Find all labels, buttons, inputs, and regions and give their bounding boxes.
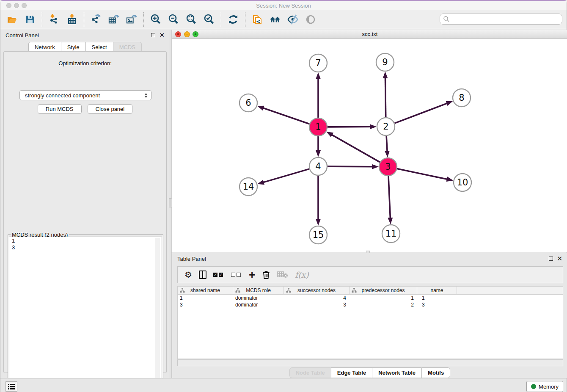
application-window: Session: New Session: [0, 0, 567, 392]
column-tree-icon: [180, 288, 185, 293]
network-window-titlebar[interactable]: × − + scc.txt: [172, 30, 567, 39]
home-icon[interactable]: [269, 14, 281, 25]
export-table-icon[interactable]: [108, 14, 120, 25]
result-line: 1: [9, 237, 162, 244]
clone-network-icon[interactable]: [251, 14, 263, 25]
edge-2-8[interactable]: [395, 102, 450, 124]
list-icon: [8, 384, 15, 389]
column-header-label: shared name: [190, 287, 220, 293]
node-table: shared nameMCDS rolesuccessor nodesprede…: [177, 286, 563, 359]
table-panel: Table Panel ✕ ⚙ ✓✓ + f(x) shared nameMCD…: [172, 253, 567, 378]
control-panel-title: Control Panel: [6, 32, 39, 39]
export-network-icon[interactable]: [90, 14, 102, 25]
table-tabs: Node TableEdge TableNetwork TableMotifs: [172, 367, 567, 378]
zoom-selected-icon[interactable]: [203, 14, 215, 25]
edge-2-3[interactable]: [386, 136, 387, 154]
column-layout-icon[interactable]: [199, 269, 206, 281]
edge-3-11[interactable]: [388, 176, 391, 221]
result-scrollbar[interactable]: [155, 237, 160, 388]
tab-node-table[interactable]: Node Table: [289, 367, 331, 378]
zoom-in-icon[interactable]: [150, 14, 162, 25]
float-table-panel-icon[interactable]: [549, 257, 553, 261]
edge-2-9[interactable]: [385, 75, 385, 117]
column-header-predecessor-nodes[interactable]: predecessor nodes: [350, 287, 417, 295]
apply-layout-icon[interactable]: [227, 14, 239, 25]
table-cell[interactable]: 3: [284, 301, 350, 308]
import-network-icon[interactable]: [48, 14, 60, 25]
edge-3-10[interactable]: [397, 169, 450, 180]
table-row[interactable]: 3dominator323: [178, 301, 563, 308]
zoom-out-icon[interactable]: [168, 14, 179, 25]
control-panel-header: Control Panel ✕: [0, 30, 170, 41]
dropdown-selected-value: strongly connected component: [25, 92, 144, 99]
table-cell[interactable]: 1: [350, 295, 417, 301]
window-title: Session: New Session: [0, 3, 567, 9]
close-panel-icon[interactable]: ✕: [159, 33, 165, 37]
table-cell[interactable]: dominator: [233, 301, 284, 308]
control-panel: Control Panel ✕ NetworkStyleSelectMCDS O…: [0, 30, 170, 378]
edge-4-3[interactable]: [328, 166, 375, 167]
float-panel-icon[interactable]: [151, 33, 155, 37]
select-all-checkboxes-icon[interactable]: ✓✓: [213, 269, 224, 281]
table-row[interactable]: 1dominator411: [178, 295, 563, 301]
column-header-shared-name[interactable]: shared name: [178, 287, 233, 295]
network-canvas[interactable]: 1234678910111415: [172, 39, 567, 252]
delete-table-icon[interactable]: [277, 269, 288, 281]
open-session-icon[interactable]: [6, 14, 18, 25]
network-title: scc.txt: [172, 31, 567, 37]
graph-node-label: 7: [315, 58, 321, 68]
graph-node-label: 4: [315, 161, 321, 171]
tab-motifs[interactable]: Motifs: [421, 367, 450, 378]
import-table-icon[interactable]: [66, 14, 78, 25]
zoom-fit-icon[interactable]: [185, 14, 197, 25]
table-cell-filler: [457, 301, 563, 308]
column-header-name[interactable]: name: [417, 287, 457, 295]
table-horizontal-scrollbar[interactable]: [177, 359, 563, 366]
graph-node-label: 8: [459, 93, 464, 103]
search-input[interactable]: [450, 14, 562, 24]
close-panel-button[interactable]: Close panel: [88, 104, 133, 114]
function-builder-icon[interactable]: f(x): [295, 269, 309, 281]
edge-4-14[interactable]: [261, 169, 309, 183]
table-cell[interactable]: 3: [417, 301, 457, 308]
column-header-MCDS-role[interactable]: MCDS role: [233, 287, 284, 295]
bird-eye-view-icon[interactable]: [305, 14, 317, 25]
tab-network-table[interactable]: Network Table: [372, 367, 421, 378]
graph-node-label: 10: [457, 177, 468, 188]
save-session-icon[interactable]: [24, 14, 36, 25]
table-body: 1dominator4113dominator323: [178, 295, 563, 308]
table-cell[interactable]: 4: [284, 295, 350, 301]
settings-gear-icon[interactable]: ⚙: [184, 269, 192, 281]
delete-column-icon[interactable]: [262, 269, 270, 281]
result-line: 3: [9, 244, 162, 251]
column-header-label: successor nodes: [297, 287, 336, 293]
export-image-icon[interactable]: [126, 14, 138, 25]
show-graphics-details-icon[interactable]: [287, 14, 299, 25]
table-cell[interactable]: dominator: [233, 295, 284, 301]
column-header-successor-nodes[interactable]: successor nodes: [284, 287, 350, 295]
column-tree-icon: [235, 288, 240, 293]
deselect-all-checkboxes-icon[interactable]: [231, 269, 242, 281]
table-cell[interactable]: 1: [417, 295, 457, 301]
close-table-panel-icon[interactable]: ✕: [557, 257, 562, 261]
run-mcds-button[interactable]: Run MCDS: [38, 104, 82, 114]
task-history-button[interactable]: [6, 381, 17, 392]
table-cell[interactable]: 3: [178, 301, 233, 308]
main-toolbar: [0, 10, 567, 29]
graph-node-label: 6: [245, 98, 251, 108]
mcds-result-list[interactable]: 13: [9, 237, 162, 389]
optimization-criterion-label: Optimization criterion:: [4, 60, 166, 66]
tab-edge-table[interactable]: Edge Table: [331, 367, 372, 378]
column-header-filler: [457, 287, 563, 295]
optimization-criterion-select[interactable]: strongly connected component: [19, 90, 151, 100]
network-canvas-container: 1234678910111415: [172, 39, 567, 252]
edge-1-6[interactable]: [260, 107, 309, 124]
add-column-icon[interactable]: +: [249, 269, 255, 281]
table-cell[interactable]: 2: [350, 301, 417, 308]
table-toolbar: ⚙ ✓✓ + f(x): [177, 266, 563, 283]
network-view-window: × − + scc.txt 1234678910111415: [172, 30, 567, 252]
memory-button[interactable]: Memory: [526, 381, 563, 392]
table-cell[interactable]: 1: [178, 295, 233, 301]
edge-1-2[interactable]: [328, 127, 373, 127]
edge-3-1[interactable]: [329, 133, 380, 162]
